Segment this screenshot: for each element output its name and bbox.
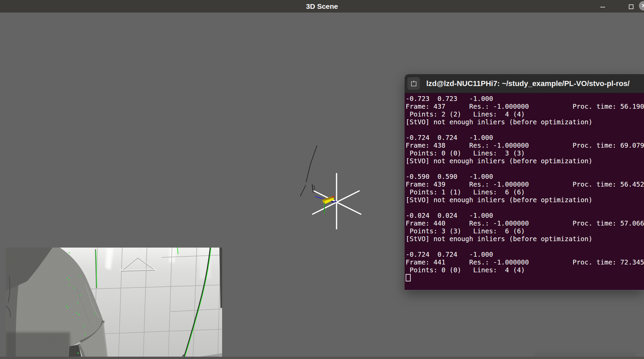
camera-feed-image bbox=[6, 248, 222, 359]
feature-point bbox=[69, 284, 70, 285]
marker-x-axis bbox=[332, 196, 335, 197]
new-tab-button[interactable] bbox=[407, 77, 420, 90]
landmark-lines bbox=[300, 146, 317, 196]
camera-pose-marker bbox=[322, 196, 335, 213]
feature-point bbox=[73, 288, 74, 289]
feature-point bbox=[80, 295, 81, 296]
feature-point bbox=[80, 276, 81, 277]
3d-axes bbox=[291, 138, 372, 236]
feature-point bbox=[69, 252, 70, 253]
feature-point bbox=[85, 334, 86, 335]
window-titlebar[interactable]: 3D Scene ✕ bbox=[0, 0, 644, 13]
screen: 3D Scene ✕ bbox=[0, 0, 644, 359]
minimize-icon bbox=[600, 7, 605, 7]
bottom-edge bbox=[0, 357, 644, 359]
feature-point bbox=[78, 302, 79, 303]
feature-point bbox=[76, 313, 77, 314]
terminal-window: lzd@lzd-NUC11PHi7: ~/study_example/PL-VO… bbox=[405, 74, 644, 290]
window-title: 3D Scene bbox=[0, 0, 644, 13]
feature-point bbox=[94, 313, 95, 314]
minimize-button[interactable] bbox=[597, 2, 608, 11]
feature-point bbox=[79, 314, 80, 315]
new-tab-icon bbox=[410, 80, 417, 87]
feature-point bbox=[68, 279, 69, 280]
terminal-text: -0.723 0.723 -1.000 Frame: 437 Res.: -1.… bbox=[406, 95, 644, 282]
terminal-output[interactable]: -0.723 0.723 -1.000 Frame: 437 Res.: -1.… bbox=[405, 93, 644, 290]
maximize-button[interactable] bbox=[626, 2, 636, 11]
feature-point bbox=[83, 326, 84, 327]
feature-point bbox=[66, 305, 67, 307]
terminal-titlebar[interactable]: lzd@lzd-NUC11PHi7: ~/study_example/PL-VO… bbox=[405, 74, 644, 93]
close-icon: ✕ bbox=[642, 3, 644, 8]
feature-point bbox=[67, 307, 68, 308]
feature-point bbox=[78, 353, 79, 354]
terminal-cursor bbox=[406, 274, 411, 281]
maximize-icon bbox=[629, 4, 634, 9]
axes-cross bbox=[312, 173, 361, 229]
feature-point bbox=[67, 277, 68, 278]
terminal-title: lzd@lzd-NUC11PHi7: ~/study_example/PL-VO… bbox=[426, 74, 644, 93]
